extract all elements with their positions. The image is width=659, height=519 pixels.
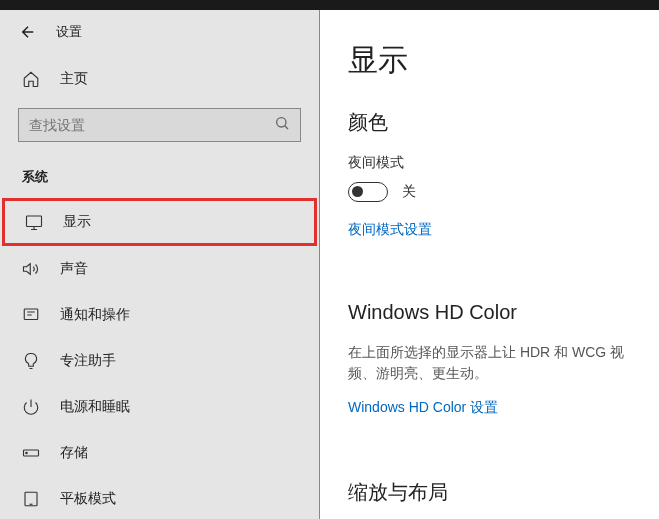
sidebar-section-title: 系统 [0,160,319,198]
scaling-section: 缩放与布局 更改文本、应用等项目的大小 [348,479,659,519]
sidebar-item-power[interactable]: 电源和睡眠 [0,384,319,430]
sidebar-item-home[interactable]: 主页 [0,60,319,98]
toggle-state-label: 关 [402,183,416,201]
night-mode-toggle-row: 关 [348,182,659,202]
search-wrap [0,98,319,160]
sidebar-item-label: 声音 [60,260,88,278]
window-topbar [0,0,659,10]
color-heading: 颜色 [348,109,659,136]
svg-point-4 [26,452,28,454]
display-icon [25,213,43,231]
svg-point-0 [277,118,286,127]
svg-rect-1 [27,216,42,227]
color-section: 颜色 夜间模式 关 夜间模式设置 [348,109,659,271]
sidebar-item-label: 通知和操作 [60,306,130,324]
power-icon [22,398,40,416]
sidebar-item-label: 显示 [63,213,91,231]
arrow-left-icon [19,23,37,41]
hd-color-description: 在上面所选择的显示器上让 HDR 和 WCG 视频、游明亮、更生动。 [348,342,628,384]
header-row: 设置 [0,22,319,60]
svg-rect-2 [24,309,38,320]
sidebar-item-label: 专注助手 [60,352,116,370]
back-button[interactable] [18,22,38,42]
focus-icon [22,352,40,370]
home-icon [22,70,40,88]
nav-list: 显示 声音 通知和操作 专注助手 [0,198,319,519]
search-box[interactable] [18,108,301,142]
sidebar-item-label: 电源和睡眠 [60,398,130,416]
scaling-heading: 缩放与布局 [348,479,659,506]
settings-window: 设置 主页 系统 显示 [0,10,659,519]
sidebar-item-notifications[interactable]: 通知和操作 [0,292,319,338]
hd-color-section: Windows HD Color 在上面所选择的显示器上让 HDR 和 WCG … [348,301,659,449]
window-title: 设置 [56,23,82,41]
storage-icon [22,444,40,462]
night-mode-label: 夜间模式 [348,154,659,172]
page-title: 显示 [348,40,659,81]
toggle-knob [352,186,363,197]
home-label: 主页 [60,70,88,88]
content-area: 显示 颜色 夜间模式 关 夜间模式设置 Windows HD Color 在上面… [320,10,659,519]
notification-icon [22,306,40,324]
hd-color-heading: Windows HD Color [348,301,659,324]
search-input[interactable] [29,117,274,133]
sound-icon [22,260,40,278]
sidebar-item-focus[interactable]: 专注助手 [0,338,319,384]
sidebar-item-label: 平板模式 [60,490,116,508]
night-mode-toggle[interactable] [348,182,388,202]
hd-color-settings-link[interactable]: Windows HD Color 设置 [348,399,498,417]
sidebar-item-sound[interactable]: 声音 [0,246,319,292]
sidebar-item-label: 存储 [60,444,88,462]
night-mode-settings-link[interactable]: 夜间模式设置 [348,221,432,239]
sidebar: 设置 主页 系统 显示 [0,10,320,519]
sidebar-item-tablet[interactable]: 平板模式 [0,476,319,519]
sidebar-item-display[interactable]: 显示 [2,198,317,246]
search-icon [274,115,290,135]
tablet-icon [22,490,40,508]
sidebar-item-storage[interactable]: 存储 [0,430,319,476]
